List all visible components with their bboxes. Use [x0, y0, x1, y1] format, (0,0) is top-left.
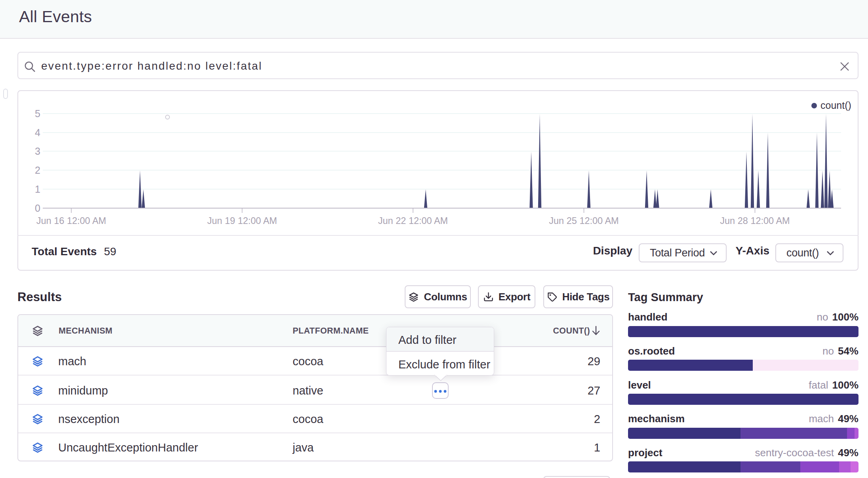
svg-text:Jun 22 12:00 AM: Jun 22 12:00 AM — [378, 216, 448, 226]
svg-text:count(): count() — [820, 100, 851, 111]
svg-text:4: 4 — [35, 127, 40, 138]
svg-text:Jun 16 12:00 AM: Jun 16 12:00 AM — [36, 216, 106, 226]
svg-text:0: 0 — [35, 203, 40, 214]
svg-text:3: 3 — [35, 146, 40, 157]
svg-text:Jun 25 12:00 AM: Jun 25 12:00 AM — [549, 216, 619, 226]
svg-text:2: 2 — [35, 165, 40, 176]
svg-text:Jun 28 12:00 AM: Jun 28 12:00 AM — [720, 216, 790, 226]
svg-text:5: 5 — [35, 108, 40, 119]
svg-text:Jun 19 12:00 AM: Jun 19 12:00 AM — [207, 216, 277, 226]
svg-text:1: 1 — [35, 184, 40, 195]
